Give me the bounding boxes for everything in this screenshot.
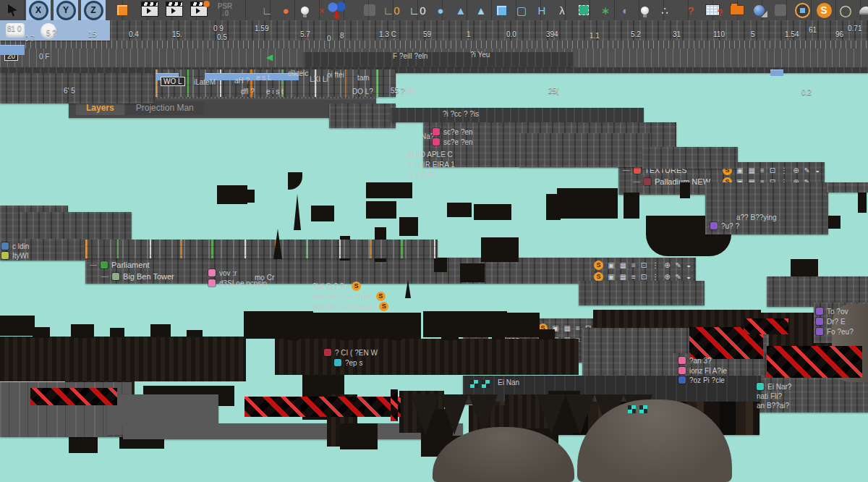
glitch-layer-row[interactable]: ?u? ?: [710, 221, 739, 231]
shading-dome-icon[interactable]: ◒: [686, 261, 691, 270]
glitch-tower-fragment: [340, 423, 378, 449]
glitch-layer-row[interactable]: alse Ne Con?mesluS: [312, 301, 388, 311]
ghost-tool-icon[interactable]: [768, 0, 793, 20]
lock-icon[interactable]: ⊡: [641, 272, 647, 282]
glitch-layer-row[interactable]: ? CI ( ?EN W: [324, 347, 378, 358]
layer-stack-icon[interactable]: ≡: [631, 261, 636, 270]
deformers-pen-icon[interactable]: ✎: [676, 261, 681, 270]
animation-dots-icon[interactable]: ⋮: [780, 166, 788, 175]
rectangle-spline-icon-glyph: ▢: [516, 5, 527, 16]
environment-sphere-icon[interactable]: [746, 0, 771, 20]
glitch-layer-row[interactable]: sc?e ?en: [433, 127, 473, 137]
render-film-icon[interactable]: ▦: [619, 272, 626, 282]
gravity-spheres-icon[interactable]: [324, 0, 349, 20]
glitch-layer-row[interactable]: Ei Nar?: [757, 381, 791, 392]
glitch-layer-row[interactable]: ersk Ne Con ?n?olS: [312, 291, 386, 301]
render-settings-orb-icon[interactable]: [790, 0, 814, 20]
glitch-layer-row[interactable]: ?an 3?: [678, 355, 712, 365]
glitch-layer-row[interactable]: mo Cr: [255, 272, 274, 282]
glitch-layer-row[interactable]: c ldin: [1, 241, 29, 251]
help-icon-glyph: ?: [688, 5, 694, 16]
glitch-layer-row[interactable]: ?ktl Gr? ?nS: [312, 281, 361, 291]
layer-stack-icon[interactable]: ≡: [631, 272, 636, 282]
x-axis-lock-button[interactable]: X: [26, 0, 51, 20]
selection-cube-icon[interactable]: [571, 0, 596, 20]
render-film-icon[interactable]: ▦: [563, 324, 570, 333]
cursor-tool-icon[interactable]: [0, 0, 25, 20]
glitch-geometry-fragment: [481, 237, 519, 262]
ghost-axis-icon[interactable]: [357, 0, 382, 20]
folder-icon[interactable]: [725, 0, 749, 20]
dome-lamp-icon[interactable]: [854, 0, 868, 20]
render-view-clapper-icon[interactable]: [137, 0, 162, 20]
text-fragment: LXI Li: [310, 75, 328, 83]
glitch-layer-row[interactable]: nati Fli?: [757, 391, 782, 401]
text-fragment: WO L: [161, 77, 185, 86]
shading-dome-icon[interactable]: ◒: [815, 166, 820, 175]
text-fragment: F ?eill ?eln: [393, 52, 427, 60]
text-fragment: ALIID APLE C: [407, 151, 453, 158]
generators-icon[interactable]: ⊕: [664, 272, 670, 282]
glitch-layer-row[interactable]: Dr? E: [816, 316, 846, 326]
layer-stack-icon[interactable]: ≡: [576, 324, 580, 333]
spreadsheet-icon[interactable]: ?: [700, 0, 725, 20]
solo-badge[interactable]: S: [379, 302, 388, 311]
coordinate-cube-icon[interactable]: [110, 0, 135, 20]
glitch-layer-row[interactable]: ?ep s: [334, 358, 362, 368]
glitch-geometry-fragment: [624, 193, 639, 219]
layer-stack-icon[interactable]: ≡: [760, 166, 765, 175]
render-film-icon[interactable]: ▦: [619, 261, 626, 270]
glitch-geometry-fragment: [288, 172, 302, 190]
glitch-layer-row[interactable]: To ?ov: [816, 306, 848, 316]
render-film-icon[interactable]: ▦: [748, 166, 754, 175]
glitch-tower-fragment: [539, 329, 555, 339]
coordinate-cube-icon-shape: [116, 4, 128, 16]
glitch-layer-row[interactable]: Fo ?eu?: [816, 326, 854, 337]
y-axis-lock-button[interactable]: Y: [54, 0, 78, 20]
solo-badge[interactable]: S: [376, 292, 386, 301]
solo-badge[interactable]: S: [594, 261, 603, 270]
animation-dots-icon[interactable]: ⋮: [652, 272, 659, 282]
step-back-button[interactable]: ◀: [266, 52, 273, 62]
help-icon[interactable]: ?: [678, 0, 703, 20]
glitch-layer-row[interactable]: vov :r: [208, 268, 237, 278]
render-view-clapper-icon-shape: [141, 4, 158, 17]
timeline-range-segment[interactable]: [0, 45, 25, 55]
solo-badge[interactable]: S: [352, 282, 361, 291]
lock-icon[interactable]: ⊡: [770, 166, 775, 175]
layers-list-fragment-parliament: ParliamentS▣▦≡⊡⋮⊕✎◒Big Ben TowerS▣▦≡⊡⋮⊕✎…: [85, 258, 696, 284]
sketch-s-icon[interactable]: S: [812, 0, 836, 20]
psr-ghost-label[interactable]: PSR↓0: [213, 0, 237, 20]
particles-icon[interactable]: ∴: [652, 0, 677, 20]
tree-connector: [90, 265, 97, 266]
animation-dots-icon[interactable]: ⋮: [652, 261, 659, 270]
joint-tool-icon[interactable]: λ: [550, 0, 574, 20]
deformers-pen-icon[interactable]: ✎: [676, 272, 681, 282]
generators-icon[interactable]: ⊕: [664, 261, 670, 270]
shading-dome-icon[interactable]: ◒: [686, 272, 691, 282]
x-axis-lock-button-circle: X: [29, 1, 48, 20]
render-region-clapper-icon[interactable]: [162, 0, 187, 20]
glitch-layer-row[interactable]: ionz Fl A?ie: [678, 365, 727, 376]
generators-icon[interactable]: ⊕: [793, 166, 799, 175]
glitch-layer-row[interactable]: an B??ai?: [757, 400, 789, 410]
axis-white-icon[interactable]: ∟0: [405, 0, 430, 20]
timeline-range-segment[interactable]: [770, 69, 783, 76]
lock-icon[interactable]: ⊡: [641, 261, 647, 270]
glitch-layer-row[interactable]: sc?e ?en: [433, 137, 473, 147]
zigzag-spire-shape: [440, 394, 469, 435]
solo-badge[interactable]: S: [594, 272, 603, 282]
glitch-layer-row[interactable]: ItyWI: [1, 250, 29, 261]
z-axis-lock-button[interactable]: Z: [81, 0, 106, 20]
layer-row-parliament[interactable]: ParliamentS▣▦≡⊡⋮⊕✎◒: [85, 259, 696, 271]
glitch-row-swatch: [1, 242, 9, 250]
timeline-ruler[interactable]: [0, 41, 868, 48]
axis-orange-icon[interactable]: ∟0: [379, 0, 404, 20]
render-settings-clapper-icon[interactable]: [187, 0, 211, 20]
ui-panel-fragment: [827, 182, 868, 193]
deformers-pen-icon[interactable]: ✎: [804, 166, 810, 175]
visibility-monitor-icon[interactable]: ▣: [608, 272, 614, 282]
render-region-clapper-icon-shape: [166, 4, 183, 17]
visibility-monitor-icon[interactable]: ▣: [608, 261, 614, 270]
glitch-layer-row[interactable]: ?oz Pi ?cle: [678, 375, 725, 385]
